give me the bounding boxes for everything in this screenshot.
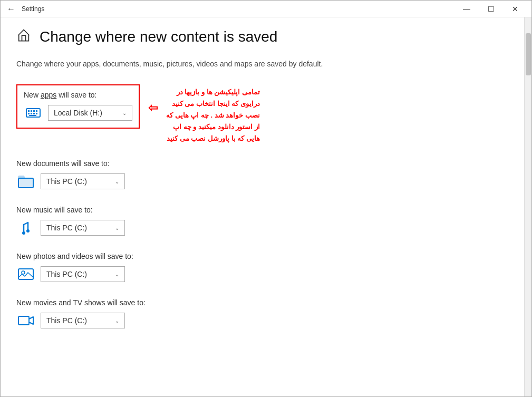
svg-rect-10	[18, 178, 33, 188]
documents-drive-icon	[16, 172, 35, 191]
music-dropdown-arrow: ⌄	[115, 225, 119, 231]
annotation-line-5: هایی که با پاورشل نصب می کنید	[166, 133, 260, 144]
documents-dropdown-value: This PC (C:)	[46, 177, 87, 186]
back-button[interactable]: ←	[5, 2, 17, 16]
documents-row: This PC (C:) ⌄	[16, 172, 503, 191]
photos-section: New photos and videos will save to: This…	[16, 252, 503, 284]
photos-row: This PC (C:) ⌄	[16, 265, 503, 284]
svg-rect-8	[36, 113, 37, 114]
documents-dropdown[interactable]: This PC (C:) ⌄	[41, 173, 125, 189]
svg-rect-2	[31, 110, 32, 112]
page-header: Change where new content is saved	[16, 28, 503, 46]
scrollbar-thumb[interactable]	[526, 33, 531, 75]
settings-window: ← Settings — ☐ ✕ Change where new conten…	[0, 0, 532, 397]
apps-section: New apps will save to:	[16, 84, 503, 144]
movies-label: New movies and TV shows will save to:	[16, 298, 503, 307]
music-dropdown[interactable]: This PC (C:) ⌄	[41, 220, 125, 236]
documents-dropdown-arrow: ⌄	[115, 179, 119, 185]
music-dropdown-value: This PC (C:)	[46, 224, 87, 232]
photos-label: New photos and videos will save to:	[16, 252, 503, 260]
annotation-line-4: از استور دانلود میکنید و چه اپ	[166, 121, 260, 133]
movies-dropdown-value: This PC (C:)	[46, 316, 87, 325]
annotation-text: تمامی اپلیکیشن ها و بازیها در درایوی که …	[166, 86, 260, 144]
music-row: This PC (C:) ⌄	[16, 218, 503, 237]
title-bar-controls: — ☐ ✕	[454, 1, 527, 17]
apps-row: Local Disk (H:) ⌄	[24, 103, 132, 122]
page-description: Change where your apps, documents, music…	[16, 59, 503, 70]
svg-point-13	[26, 229, 30, 233]
svg-rect-7	[33, 113, 35, 114]
svg-rect-9	[29, 115, 36, 116]
title-bar-left: ← Settings	[5, 2, 44, 16]
home-icon	[16, 28, 31, 46]
apps-dropdown-value: Local Disk (H:)	[54, 109, 102, 117]
annotation-line-1: تمامی اپلیکیشن ها و بازیها در	[166, 86, 260, 98]
documents-label: New documents will save to:	[16, 159, 503, 168]
title-bar: ← Settings — ☐ ✕	[1, 1, 531, 17]
annotation-arrow: ⇦	[148, 101, 158, 115]
svg-rect-16	[18, 316, 29, 325]
apps-label: New apps will save to:	[24, 91, 132, 99]
minimize-button[interactable]: —	[454, 1, 479, 17]
music-drive-icon	[16, 218, 35, 237]
movies-row: This PC (C:) ⌄	[16, 311, 503, 330]
music-section: New music will save to: This PC (C:)	[16, 206, 503, 237]
apps-dropdown[interactable]: Local Disk (H:) ⌄	[48, 105, 132, 121]
svg-rect-5	[28, 113, 30, 114]
content-area: Change where new content is saved Change…	[1, 17, 531, 396]
scrollbar[interactable]	[524, 17, 531, 396]
svg-rect-14	[18, 269, 33, 279]
page-title: Change where new content is saved	[40, 28, 277, 45]
svg-rect-6	[31, 113, 32, 114]
maximize-button[interactable]: ☐	[479, 1, 503, 17]
photos-dropdown-value: This PC (C:)	[46, 270, 87, 278]
music-label: New music will save to:	[16, 206, 503, 214]
movies-drive-icon	[16, 311, 35, 330]
photos-dropdown-arrow: ⌄	[115, 272, 119, 277]
movies-dropdown-arrow: ⌄	[115, 318, 119, 324]
apps-drive-icon	[24, 103, 43, 122]
documents-section: New documents will save to: This PC (C:)…	[16, 159, 503, 191]
photos-dropdown[interactable]: This PC (C:) ⌄	[41, 266, 125, 282]
movies-dropdown[interactable]: This PC (C:) ⌄	[41, 313, 125, 328]
apps-dropdown-arrow: ⌄	[122, 110, 127, 116]
annotation-line-3: نصب خواهد شد . چه اپ هایی که	[166, 110, 260, 121]
movies-section: New movies and TV shows will save to: Th…	[16, 298, 503, 330]
svg-point-12	[22, 231, 25, 235]
main-content: Change where new content is saved Change…	[1, 17, 524, 396]
annotation-line-2: درایوی که اینجا انتخاب می کنید	[166, 98, 260, 110]
photos-drive-icon	[16, 265, 35, 284]
svg-rect-4	[36, 110, 37, 112]
close-button[interactable]: ✕	[503, 1, 527, 17]
apps-highlighted-box: New apps will save to:	[16, 84, 140, 129]
window-title: Settings	[22, 5, 44, 13]
svg-rect-1	[28, 110, 30, 112]
svg-rect-3	[33, 110, 35, 112]
